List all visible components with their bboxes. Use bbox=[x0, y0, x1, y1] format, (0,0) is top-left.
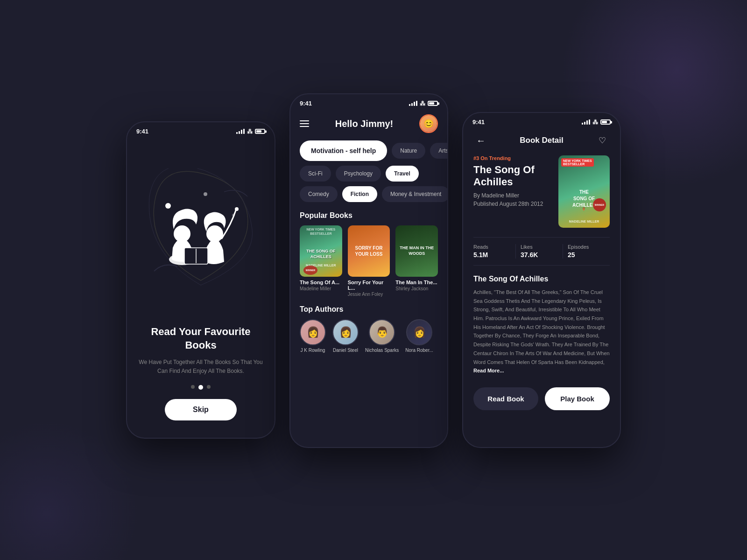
dot-3 bbox=[207, 385, 211, 389]
signal-icon-2 bbox=[409, 101, 417, 106]
book-author-2: Jessie Ann Foley bbox=[348, 292, 390, 297]
onboard-title: Read Your Favourite Books bbox=[136, 325, 265, 352]
book-name-3: The Man In The... bbox=[395, 280, 438, 285]
books-row: NEW YORK TIMES BESTSELLER THE SONG OF AC… bbox=[300, 225, 438, 297]
book-author-1: Madeline Miller bbox=[300, 286, 342, 291]
book-detail-author: By Madeline Miller bbox=[473, 192, 551, 199]
author-item-1[interactable]: 👩 J K Rowling bbox=[300, 319, 326, 353]
chip-arts[interactable]: Arts bbox=[430, 143, 447, 159]
genre-row-1: Motivation - self help Nature Arts bbox=[300, 140, 438, 161]
status-time-3: 9:41 bbox=[472, 119, 485, 126]
home-header: Hello Jimmy! 😊 bbox=[300, 110, 438, 140]
chip-scifi[interactable]: Sci-Fi bbox=[300, 166, 331, 182]
popular-books-title: Popular Books bbox=[300, 211, 438, 220]
author-item-4[interactable]: 👩 Nora Rober... bbox=[405, 319, 433, 353]
chip-fiction[interactable]: Fiction bbox=[342, 186, 377, 202]
svg-point-1 bbox=[204, 192, 207, 196]
stat-likes: Likes 37.6K bbox=[516, 244, 563, 259]
heart-button[interactable]: ♡ bbox=[595, 133, 610, 148]
onboard-illustration bbox=[136, 142, 265, 325]
svg-point-8 bbox=[235, 207, 239, 211]
battery-icon-1 bbox=[255, 129, 265, 134]
skip-button[interactable]: Skip bbox=[165, 399, 237, 420]
stat-episodes-label: Episodes bbox=[568, 244, 605, 250]
svg-point-4 bbox=[174, 225, 190, 242]
author-avatar-2: 👩 bbox=[332, 319, 359, 345]
book-cover-1: NEW YORK TIMES BESTSELLER THE SONG OF AC… bbox=[300, 225, 342, 277]
book-detail-top: #3 On Trending The Song Of Achilles By M… bbox=[473, 155, 610, 228]
author-avatar-3: 👨 bbox=[369, 319, 395, 345]
author-item-3[interactable]: 👨 Nicholas Sparks bbox=[365, 319, 399, 353]
book-detail-title: The Song Of Achilles bbox=[473, 164, 551, 189]
author-name-1: J K Rowling bbox=[301, 348, 325, 353]
book-card-1[interactable]: NEW YORK TIMES BESTSELLER THE SONG OF AC… bbox=[300, 225, 342, 297]
book-cover-text-2: SORRY FOR YOUR LOSS bbox=[348, 225, 390, 277]
svg-point-0 bbox=[165, 203, 171, 209]
status-bar-1: 9:41 ⁂ bbox=[127, 122, 275, 138]
svg-point-5 bbox=[206, 225, 223, 242]
book-name-2: Sorry For Your L... bbox=[348, 280, 390, 291]
authors-row: 👩 J K Rowling 👩 Daniel Steel 👨 Nicholas … bbox=[300, 319, 438, 353]
hamburger-menu[interactable] bbox=[300, 120, 309, 127]
book-cover-text-1: NEW YORK TIMES BESTSELLER THE SONG OF AC… bbox=[300, 225, 342, 277]
battery-icon-3 bbox=[600, 119, 611, 125]
chip-money[interactable]: Money & Investment bbox=[382, 186, 447, 202]
genre-row-2: Sci-Fi Psychology Travel bbox=[300, 166, 438, 182]
author-avatar-4: 👩 bbox=[406, 319, 432, 345]
stat-episodes-value: 25 bbox=[568, 251, 605, 259]
book-card-2[interactable]: SORRY FOR YOUR LOSS Sorry For Your L... … bbox=[348, 225, 390, 297]
home-content: Hello Jimmy! 😊 Motivation - self help Na… bbox=[290, 110, 447, 353]
trending-badge: #3 On Trending bbox=[473, 155, 551, 161]
dot-1 bbox=[191, 385, 195, 389]
wifi-icon-1: ⁂ bbox=[247, 128, 253, 135]
onboard-subtitle: We Have Put Together All The Books So Th… bbox=[136, 358, 265, 376]
genre-grid: Motivation - self help Nature Arts Sci-F… bbox=[300, 140, 438, 202]
play-book-button[interactable]: Play Book bbox=[545, 387, 610, 410]
phone-home: 9:41 ⁂ Hello Jimmy! 😊 bbox=[289, 93, 448, 448]
description-text: Achilles, "The Best Of All The Greeks," … bbox=[473, 288, 610, 375]
book-detail-info: #3 On Trending The Song Of Achilles By M… bbox=[473, 155, 551, 228]
status-time-1: 9:41 bbox=[136, 128, 148, 135]
detail-header: ← Book Detail ♡ bbox=[473, 128, 610, 155]
stat-episodes: Episodes 25 bbox=[563, 244, 610, 259]
book-detail-date: Published August 28th 2012 bbox=[473, 201, 551, 207]
author-name-3: Nicholas Sparks bbox=[365, 348, 399, 353]
wifi-icon-3: ⁂ bbox=[592, 119, 598, 126]
chip-comedy[interactable]: Comedy bbox=[300, 186, 338, 202]
book-card-3[interactable]: THE MAN IN THE WOODS The Man In The... S… bbox=[395, 225, 438, 297]
author-name-2: Daniel Steel bbox=[333, 348, 358, 353]
chip-motivation[interactable]: Motivation - self help bbox=[300, 140, 387, 161]
chip-travel[interactable]: Travel bbox=[386, 166, 419, 182]
signal-icon-3 bbox=[582, 119, 590, 125]
read-more-link[interactable]: Read More... bbox=[473, 368, 504, 373]
back-button[interactable]: ← bbox=[473, 133, 488, 148]
avatar[interactable]: 😊 bbox=[419, 114, 438, 133]
status-icons-3: ⁂ bbox=[582, 119, 611, 126]
author-item-2[interactable]: 👩 Daniel Steel bbox=[332, 319, 359, 353]
dot-2 bbox=[198, 385, 203, 390]
cover-inner-text: THESONG OFACHILLES 🏺 MADELINE MILLER WIN… bbox=[558, 155, 610, 228]
dots-indicator bbox=[191, 385, 211, 390]
phones-wrapper: 9:41 ⁂ bbox=[126, 112, 621, 448]
read-book-button[interactable]: Read Book bbox=[473, 387, 538, 410]
chip-nature[interactable]: Nature bbox=[392, 143, 425, 159]
stat-reads: Reads 5.1M bbox=[473, 244, 516, 259]
avatar-image: 😊 bbox=[420, 115, 437, 132]
battery-icon-2 bbox=[428, 101, 438, 106]
author-avatar-1: 👩 bbox=[300, 319, 326, 345]
book-cover-2: SORRY FOR YOUR LOSS bbox=[348, 225, 390, 277]
top-authors-title: Top Authors bbox=[300, 305, 438, 314]
stat-likes-value: 37.6K bbox=[521, 251, 558, 259]
chip-psychology[interactable]: Psychology bbox=[336, 166, 381, 182]
status-icons-2: ⁂ bbox=[409, 100, 438, 107]
book-cover-text-3: THE MAN IN THE WOODS bbox=[395, 225, 438, 277]
detail-page-title: Book Detail bbox=[520, 136, 564, 145]
book-cover-3: THE MAN IN THE WOODS bbox=[395, 225, 438, 277]
action-buttons: Read Book Play Book bbox=[473, 380, 610, 418]
book-detail-cover: NEW YORK TIMESBESTSELLER THESONG OFACHIL… bbox=[558, 155, 610, 228]
detail-content: ← Book Detail ♡ #3 On Trending The Song … bbox=[463, 128, 620, 418]
author-name-4: Nora Rober... bbox=[405, 348, 433, 353]
book-name-1: The Song Of A... bbox=[300, 280, 342, 285]
status-time-2: 9:41 bbox=[300, 100, 312, 107]
book-author-3: Shirley Jackson bbox=[395, 286, 438, 291]
